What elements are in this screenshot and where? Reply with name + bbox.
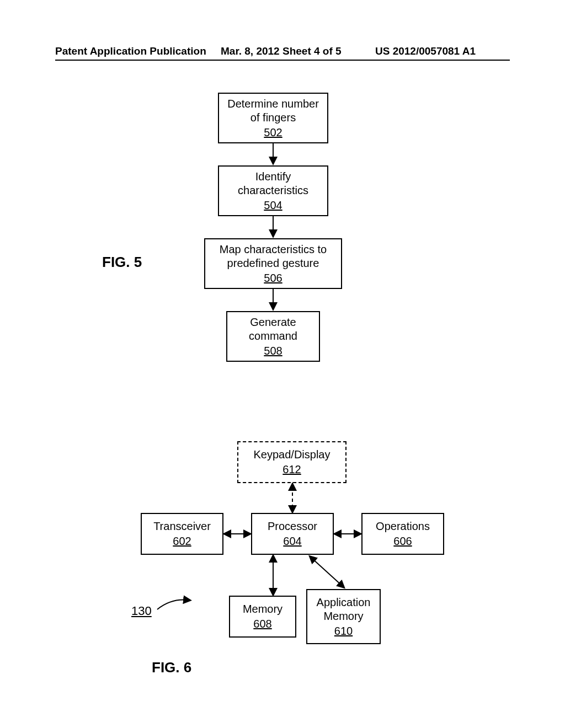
fig5-step-502: Determine number of fingers 502: [218, 93, 328, 143]
fig6-keypad-text: Keypad/Display: [254, 448, 331, 462]
fig5-step-504-text: Identify characteristics: [222, 170, 324, 197]
fig5-step-506: Map characteristics to predefined gestur…: [204, 238, 342, 289]
fig6-keypad-display: Keypad/Display 612: [237, 441, 347, 483]
fig5-step-504: Identify characteristics 504: [218, 165, 328, 216]
fig5-step-508-text: Generate command: [231, 315, 316, 343]
fig6-memory-ref: 608: [253, 617, 271, 631]
fig5-step-506-text: Map characteristics to predefined gestur…: [209, 243, 338, 270]
fig5-step-508: Generate command 508: [226, 311, 320, 362]
header-left: Patent Application Publication: [55, 45, 206, 57]
fig5-step-504-ref: 504: [264, 199, 282, 212]
fig6-memory-text: Memory: [243, 602, 282, 616]
fig6-operations-ref: 606: [393, 534, 412, 548]
fig5-arrow-3: [270, 289, 276, 311]
fig6-memory: Memory 608: [229, 596, 296, 638]
fig6-transceiver-ref: 602: [173, 534, 191, 548]
fig6-conn-proc-keypad: [290, 483, 295, 513]
header-pubno: US 2012/0057081 A1: [375, 45, 476, 57]
fig6-transceiver: Transceiver 602: [141, 513, 223, 555]
fig5-step-506-ref: 506: [264, 271, 282, 285]
header-sheet: Mar. 8, 2012 Sheet 4 of 5: [221, 45, 342, 57]
fig6-transceiver-text: Transceiver: [153, 520, 211, 533]
fig6-conn-proc-ops: [334, 531, 361, 537]
fig6-ref-arrow: [154, 596, 193, 612]
fig6-processor-text: Processor: [268, 520, 317, 533]
fig6-processor: Processor 604: [251, 513, 334, 555]
fig6-ref-130: 130: [131, 604, 152, 618]
fig6-keypad-ref: 612: [282, 463, 301, 477]
header-rule: [55, 60, 510, 61]
fig6-app-memory-ref: 610: [334, 624, 353, 638]
fig6-operations: Operations 606: [361, 513, 444, 555]
fig6-processor-ref: 604: [283, 534, 301, 548]
fig5-step-502-text: Determine number of fingers: [222, 97, 324, 125]
fig6-conn-proc-appmem: [309, 555, 353, 589]
fig5-arrow-2: [270, 216, 276, 238]
svg-line-7: [312, 558, 342, 586]
fig6-conn-proc-mem: [270, 555, 276, 596]
fig6-app-memory: Application Memory 610: [306, 589, 381, 644]
figure-6-label: FIG. 6: [152, 659, 191, 676]
fig5-step-502-ref: 502: [264, 126, 282, 140]
fig6-conn-trans-proc: [223, 531, 251, 537]
fig5-arrow-1: [270, 143, 276, 165]
fig6-app-memory-text: Application Memory: [311, 596, 376, 623]
figure-5-label: FIG. 5: [102, 254, 142, 271]
fig5-step-508-ref: 508: [264, 344, 282, 358]
fig6-operations-text: Operations: [376, 520, 430, 533]
